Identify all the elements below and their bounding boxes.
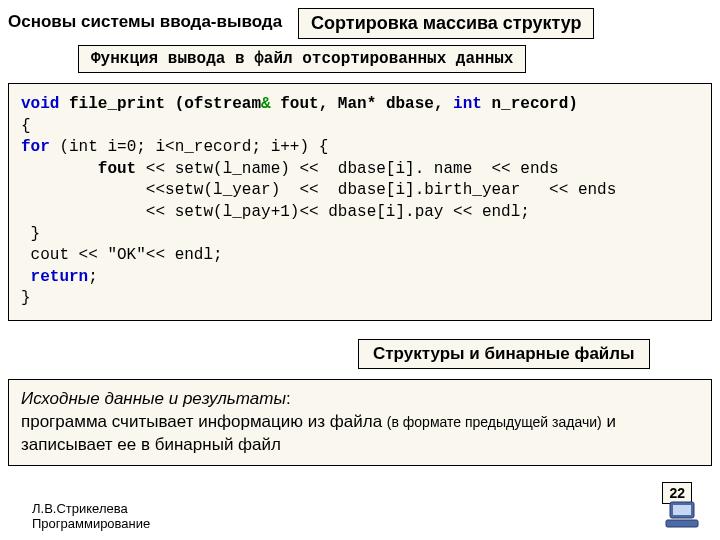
- desc-colon: :: [286, 389, 291, 408]
- line1: << setw(l_name) << dbase[i]. name << end…: [136, 160, 558, 178]
- footer: Л.В.Стрикелева Программирование: [32, 501, 150, 532]
- kw-for: for: [21, 138, 50, 156]
- semi: ;: [88, 268, 98, 286]
- fout: fout: [98, 160, 136, 178]
- computer-icon: [662, 500, 702, 534]
- fn-name: file_print (ofstream: [59, 95, 261, 113]
- page-title-left: Основы системы ввода-вывода: [8, 8, 282, 32]
- description-box: Исходные данные и результаты: программа …: [8, 379, 712, 466]
- subtitle-box: Функция вывода в файл отсортированных да…: [78, 45, 526, 73]
- code-block: void file_print (ofstream& fout, Man* db…: [8, 83, 712, 321]
- section-title-box: Структуры и бинарные файлы: [358, 339, 650, 369]
- svg-rect-1: [673, 505, 691, 515]
- indent: [21, 160, 98, 178]
- args1: fout, Man* dbase,: [271, 95, 453, 113]
- amp: &: [261, 95, 271, 113]
- kw-int: int: [453, 95, 482, 113]
- svg-rect-2: [666, 520, 698, 527]
- for-rest: (int i=0; i<n_record; i++) {: [50, 138, 328, 156]
- desc-lead: Исходные данные и результаты: [21, 389, 286, 408]
- args2: n_record): [482, 95, 578, 113]
- desc-l2a: программа считывает информацию из файла: [21, 412, 387, 431]
- kw-return: return: [31, 268, 89, 286]
- footer-course: Программирование: [32, 516, 150, 532]
- brace-close-inner: }: [21, 225, 40, 243]
- desc-l3: записывает ее в бинарный файл: [21, 435, 281, 454]
- brace-open: {: [21, 117, 31, 135]
- brace-close-outer: }: [21, 289, 31, 307]
- cout-line: cout << "OK"<< endl;: [21, 246, 223, 264]
- line3: << setw(l_pay+1)<< dbase[i].pay << endl;: [21, 203, 530, 221]
- line2: <<setw(l_year) << dbase[i].birth_year <<…: [21, 181, 616, 199]
- footer-author: Л.В.Стрикелева: [32, 501, 150, 517]
- kw-void: void: [21, 95, 59, 113]
- desc-paren: (в формате предыдущей задачи): [387, 414, 602, 430]
- desc-l2b: и: [602, 412, 616, 431]
- topic-box: Сортировка массива структур: [298, 8, 594, 39]
